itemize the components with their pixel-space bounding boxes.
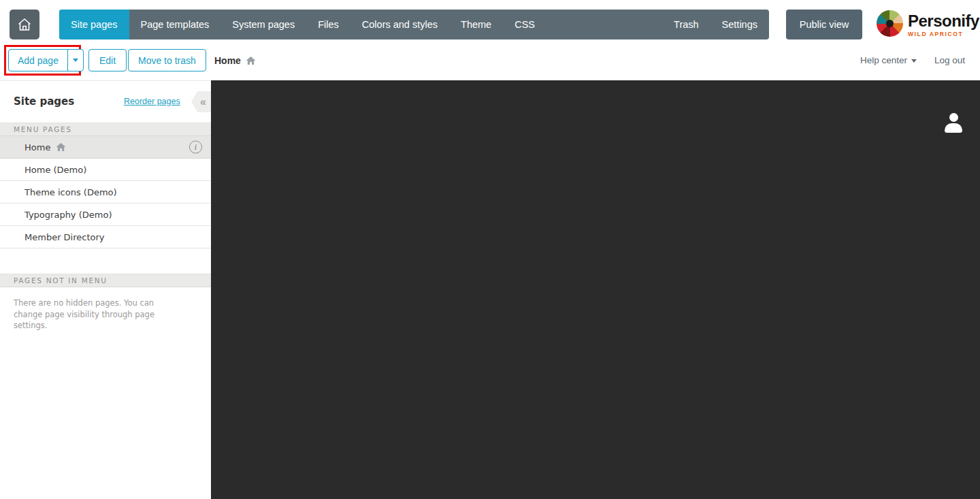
brand-tagline: WILD APRICOT [908,31,979,37]
tab-colors-and-styles[interactable]: Colors and styles [350,10,449,39]
page-label: Home (Demo) [24,165,86,175]
navbar-spacer [546,10,662,39]
sidebar-spacer [0,248,211,274]
sidebar-header: Site pages Reorder pages « [0,81,211,123]
top-navbar: Site pages Page templates System pages F… [59,10,769,39]
chevron-down-icon [73,59,78,62]
toolbar-right-links: Help center Log out [860,49,965,71]
info-icon[interactable]: i [189,141,202,154]
tab-page-templates[interactable]: Page templates [129,10,221,39]
log-out-link[interactable]: Log out [934,55,965,65]
add-page-label: Add page [9,55,67,66]
tab-files[interactable]: Files [306,10,350,39]
page-label: Member Directory [24,232,105,242]
reorder-pages-link[interactable]: Reorder pages [124,97,180,106]
sidebar-item-theme-icons-demo[interactable]: Theme icons (Demo) [0,181,211,204]
edit-button[interactable]: Edit [88,49,127,71]
move-to-trash-button[interactable]: Move to trash [128,49,206,71]
page-label: Typography (Demo) [24,210,112,220]
sidebar-item-home[interactable]: Home i [0,136,211,159]
help-center-label: Help center [860,55,907,65]
site-pages-sidebar: Site pages Reorder pages « MENU PAGES Ho… [0,80,211,499]
public-view-button[interactable]: Public view [786,10,862,39]
tab-trash[interactable]: Trash [662,10,710,39]
tab-settings[interactable]: Settings [710,10,769,39]
collapse-chevrons-icon: « [197,96,206,108]
page-preview-area [211,80,980,499]
tab-theme[interactable]: Theme [449,10,503,39]
tab-system-pages[interactable]: System pages [220,10,306,39]
help-center-menu[interactable]: Help center [860,55,917,65]
no-hidden-pages-note: There are no hidden pages. You can chang… [14,297,185,332]
sidebar-item-home-demo[interactable]: Home (Demo) [0,159,211,181]
sidebar-collapse-button[interactable]: « [191,91,212,112]
tab-css[interactable]: CSS [503,10,546,39]
breadcrumb: Home [214,49,256,71]
pages-not-in-menu-section-header: PAGES NOT IN MENU [0,274,211,287]
page-label: Theme icons (Demo) [24,187,117,197]
sidebar-title: Site pages [14,95,74,108]
brand-logo: Personify WILD APRICOT [877,10,979,37]
tab-site-pages[interactable]: Site pages [59,10,129,39]
breadcrumb-page-title: Home [214,55,241,66]
personify-pinwheel-icon [877,10,903,37]
brand-name: Personify [908,12,979,29]
person-icon[interactable] [945,113,962,133]
home-icon [56,142,66,152]
add-page-button[interactable]: Add page [8,49,84,71]
sidebar-item-typography-demo[interactable]: Typography (Demo) [0,204,211,226]
chevron-down-icon [911,59,917,63]
sidebar-item-member-directory[interactable]: Member Directory [0,226,211,248]
home-icon [246,56,256,65]
menu-pages-section-header: MENU PAGES [0,123,211,136]
page-label: Home [24,142,50,152]
add-page-dropdown-toggle[interactable] [67,50,83,71]
admin-home-button[interactable] [10,10,39,39]
home-icon [16,16,33,33]
